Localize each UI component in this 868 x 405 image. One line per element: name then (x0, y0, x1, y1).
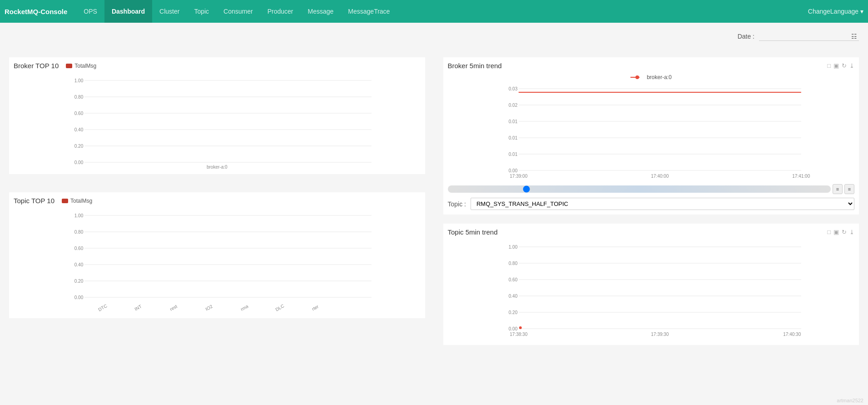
svg-text:1.00: 1.00 (508, 245, 517, 250)
svg-text:0.80: 0.80 (74, 95, 84, 100)
watermark: artman2522 (837, 398, 863, 403)
svg-text:DTC: DTC (97, 303, 108, 312)
topic-trend-toolbar: □ ▣ ↻ ⤓ (827, 229, 854, 235)
broker-top10-header: Broker TOP 10 TotalMsg (14, 62, 421, 70)
topic-top10-svg: 1.00 0.80 0.60 0.40 0.20 0.00 (14, 209, 421, 314)
broker-trend-legend-label: broker-a:0 (647, 74, 672, 80)
svg-text:0.80: 0.80 (508, 261, 517, 266)
svg-text:1.00: 1.00 (74, 213, 84, 218)
topic-top10-section: Topic TOP 10 TotalMsg 1.00 0.80 0.60 0.4… (9, 192, 425, 318)
broker-top10-chart: 1.00 0.80 0.60 0.40 0.20 0.00 (14, 74, 421, 170)
broker-trend-legend-line (630, 75, 644, 80)
calendar-icon[interactable]: ☷ (851, 33, 857, 40)
change-language[interactable]: ChangeLanguage ▾ (808, 8, 863, 15)
nav-topic[interactable]: Topic (187, 0, 216, 23)
refresh-icon[interactable]: ↻ (842, 62, 847, 69)
svg-text:0.40: 0.40 (74, 127, 84, 132)
broker-trend-svg: 0.03 0.02 0.01 0.01 0.01 0.00 (448, 82, 855, 182)
nav-message[interactable]: Message (301, 0, 341, 23)
topic-refresh-icon[interactable]: ↻ (842, 229, 847, 235)
nav-producer[interactable]: Producer (260, 0, 301, 23)
svg-text:17:39:00: 17:39:00 (510, 174, 527, 179)
broker-top10-legend-label: TotalMsg (74, 63, 96, 69)
topic-trend-title: Topic 5min trend (448, 228, 498, 236)
expand-icon[interactable]: □ (827, 62, 831, 69)
charts-grid: Broker TOP 10 TotalMsg 1.00 0.80 0.60 0.… (9, 57, 859, 345)
broker-top10-legend: TotalMsg (66, 63, 96, 69)
left-column: Broker TOP 10 TotalMsg 1.00 0.80 0.60 0.… (9, 57, 425, 345)
svg-text:rma: rma (240, 304, 249, 312)
topic-top10-legend: TotalMsg (62, 198, 92, 204)
svg-text:0.60: 0.60 (508, 277, 517, 282)
broker-range-slider[interactable] (448, 185, 831, 193)
download-icon[interactable]: ⤓ (849, 62, 854, 69)
brand[interactable]: RocketMQ-Console (5, 8, 67, 15)
svg-text:17:40:00: 17:40:00 (651, 174, 669, 179)
topic-select-row: Topic : RMQ_SYS_TRANS_HALF_TOPIC (448, 198, 855, 210)
svg-text:0.01: 0.01 (508, 152, 517, 157)
slider-left-btn[interactable]: ≡ (833, 184, 843, 194)
svg-point-33 (635, 75, 639, 79)
svg-text:17:39:30: 17:39:30 (651, 332, 669, 337)
svg-text:0.20: 0.20 (508, 310, 517, 315)
svg-text:rter: rter (311, 304, 320, 311)
svg-text:rest: rest (169, 304, 178, 312)
svg-text:0.40: 0.40 (508, 294, 517, 299)
broker-top10-svg: 1.00 0.80 0.60 0.40 0.20 0.00 (14, 74, 421, 170)
svg-text:0.03: 0.03 (508, 86, 517, 91)
svg-text:0.01: 0.01 (508, 135, 517, 140)
date-row: Date : ☷ (738, 32, 859, 41)
topic-trend-svg: 1.00 0.80 0.60 0.40 0.20 0.00 (448, 240, 855, 340)
nav-ops[interactable]: OPS (76, 0, 104, 23)
broker-top10-title: Broker TOP 10 (14, 62, 59, 70)
svg-text:0.00: 0.00 (508, 168, 517, 173)
topic-top10-title: Topic TOP 10 (14, 197, 55, 205)
svg-text:0.40: 0.40 (74, 262, 84, 267)
broker-trend-section: Broker 5min trend □ ▣ ↻ ⤓ broker-a:0 (443, 57, 859, 215)
topic-top10-chart: 1.00 0.80 0.60 0.40 0.20 0.00 (14, 209, 421, 314)
svg-text:0.20: 0.20 (74, 144, 84, 149)
broker-top10-section: Broker TOP 10 TotalMsg 1.00 0.80 0.60 0.… (9, 57, 425, 174)
topic-trend-chart: 1.00 0.80 0.60 0.40 0.20 0.00 (448, 240, 855, 340)
svg-text:INT: INT (134, 304, 142, 312)
svg-text:0.00: 0.00 (508, 326, 517, 331)
topic-top10-legend-label: TotalMsg (70, 198, 92, 204)
svg-text:0.00: 0.00 (74, 295, 84, 300)
svg-text:17:40:30: 17:40:30 (783, 332, 801, 337)
topic-download-icon[interactable]: ⤓ (849, 229, 854, 235)
svg-text:DLC: DLC (275, 303, 285, 312)
svg-text:0.60: 0.60 (74, 111, 84, 116)
topic-select-label: Topic : (448, 200, 466, 208)
svg-point-62 (519, 326, 521, 329)
right-column: Broker 5min trend □ ▣ ↻ ⤓ broker-a:0 (443, 57, 859, 345)
svg-text:17:41:00: 17:41:00 (792, 174, 810, 179)
nav-messagetrace[interactable]: MessageTrace (341, 0, 397, 23)
broker-trend-title: Broker 5min trend (448, 62, 502, 70)
broker-top10-legend-dot (66, 64, 72, 68)
svg-text:0.60: 0.60 (74, 246, 84, 251)
date-input[interactable] (759, 32, 859, 41)
date-label: Date : (738, 33, 754, 40)
nav-cluster[interactable]: Cluster (152, 0, 187, 23)
broker-trend-header: Broker 5min trend □ ▣ ↻ ⤓ (448, 62, 855, 70)
svg-text:0.20: 0.20 (74, 279, 84, 284)
date-input-wrapper: ☷ (759, 32, 859, 41)
broker-trend-toolbar: □ ▣ ↻ ⤓ (827, 62, 854, 69)
svg-text:0.02: 0.02 (508, 103, 517, 108)
topic-expand-icon[interactable]: □ (827, 229, 831, 235)
topic-trend-header: Topic 5min trend □ ▣ ↻ ⤓ (448, 228, 855, 236)
topic-select[interactable]: RMQ_SYS_TRANS_HALF_TOPIC (471, 198, 854, 210)
svg-text:IO2: IO2 (204, 304, 213, 312)
navbar: RocketMQ-Console OPS Dashboard Cluster T… (0, 0, 868, 23)
compress-icon[interactable]: ▣ (833, 62, 839, 69)
svg-text:17:38:30: 17:38:30 (510, 332, 527, 337)
topic-top10-legend-dot (62, 199, 68, 203)
slider-right-btn[interactable]: ≡ (844, 184, 854, 194)
nav-consumer[interactable]: Consumer (216, 0, 260, 23)
topic-compress-icon[interactable]: ▣ (833, 229, 839, 235)
broker-trend-chart: 0.03 0.02 0.01 0.01 0.01 0.00 (448, 82, 855, 182)
svg-text:0.80: 0.80 (74, 230, 84, 235)
nav-dashboard[interactable]: Dashboard (104, 0, 152, 23)
topic-trend-section: Topic 5min trend □ ▣ ↻ ⤓ 1.00 0.80 0.60 (443, 224, 859, 345)
topic-top10-header: Topic TOP 10 TotalMsg (14, 197, 421, 205)
